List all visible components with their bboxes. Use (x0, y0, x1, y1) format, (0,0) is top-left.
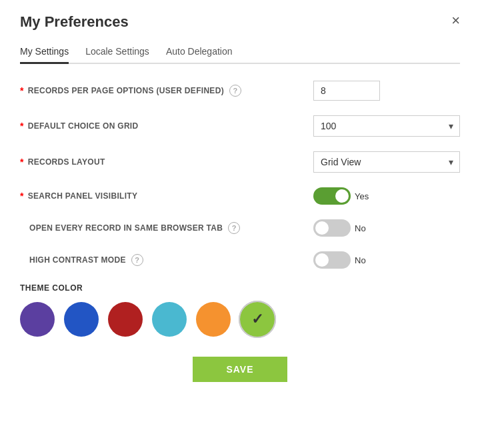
tabs-bar: My Settings Locale Settings Auto Delegat… (20, 41, 460, 64)
required-star: * (20, 85, 24, 96)
default-choice-select[interactable]: 100 25 50 200 (313, 115, 460, 137)
records-layout-control: Grid View List View (313, 151, 460, 173)
records-layout-select-wrap: Grid View List View (313, 151, 460, 173)
save-button[interactable]: SAVE (193, 357, 287, 382)
records-per-page-row: * RECORDS PER PAGE OPTIONS (USER DEFINED… (20, 81, 460, 101)
dialog-header: My Preferences × (20, 13, 460, 31)
open-record-knob (315, 221, 329, 235)
color-orange[interactable] (196, 302, 231, 337)
theme-title: THEME COLOR (20, 283, 460, 293)
default-choice-label: * DEFAULT CHOICE ON GRID (20, 121, 313, 131)
tab-locale-settings[interactable]: Locale Settings (85, 41, 149, 64)
high-contrast-row: HIGH CONTRAST MODE ? No (20, 251, 460, 269)
search-panel-toggle-label: Yes (355, 191, 369, 201)
color-cyan[interactable] (152, 302, 187, 337)
records-per-page-help-icon[interactable]: ? (229, 85, 241, 97)
tab-my-settings[interactable]: My Settings (20, 41, 69, 64)
search-panel-slider (313, 187, 351, 205)
open-record-toggle-wrap: No (313, 219, 366, 237)
default-choice-control: 100 25 50 200 (313, 115, 460, 137)
color-blue[interactable] (64, 302, 99, 337)
high-contrast-toggle[interactable] (313, 251, 351, 269)
search-panel-toggle[interactable] (313, 187, 351, 205)
color-green[interactable]: ✓ (240, 302, 275, 337)
records-per-page-label: * RECORDS PER PAGE OPTIONS (USER DEFINED… (20, 85, 313, 97)
records-layout-label: * RECORDS LAYOUT (20, 157, 313, 167)
dialog-title: My Preferences (20, 13, 129, 31)
required-star-4: * (20, 191, 24, 201)
high-contrast-control: No (313, 251, 460, 269)
search-panel-control: Yes (313, 187, 460, 205)
open-record-control: No (313, 219, 460, 237)
high-contrast-knob (315, 253, 329, 267)
open-record-toggle[interactable] (313, 219, 351, 237)
required-star-3: * (20, 157, 24, 167)
tab-auto-delegation[interactable]: Auto Delegation (166, 41, 233, 64)
color-red[interactable] (108, 302, 143, 337)
search-panel-knob (335, 189, 349, 203)
high-contrast-toggle-wrap: No (313, 251, 366, 269)
high-contrast-help-icon[interactable]: ? (131, 254, 143, 266)
open-record-row: OPEN EVERY RECORD IN SAME BROWSER TAB ? … (20, 219, 460, 237)
open-record-toggle-label: No (355, 223, 366, 233)
save-button-wrap: SAVE (20, 357, 460, 382)
open-record-help-icon[interactable]: ? (228, 222, 240, 234)
high-contrast-label: HIGH CONTRAST MODE ? (20, 254, 313, 266)
open-record-slider (313, 219, 351, 237)
required-star-2: * (20, 121, 24, 131)
open-record-label: OPEN EVERY RECORD IN SAME BROWSER TAB ? (20, 222, 313, 234)
color-circles: ✓ (20, 302, 460, 337)
close-button[interactable]: × (451, 13, 460, 28)
records-layout-select[interactable]: Grid View List View (313, 151, 460, 173)
search-panel-row: * SEARCH PANEL VISIBILITY Yes (20, 187, 460, 205)
high-contrast-toggle-label: No (355, 255, 366, 265)
color-purple[interactable] (20, 302, 55, 337)
theme-section: THEME COLOR ✓ (20, 283, 460, 337)
high-contrast-slider (313, 251, 351, 269)
records-per-page-input[interactable] (313, 81, 380, 101)
default-choice-select-wrap: 100 25 50 200 (313, 115, 460, 137)
records-per-page-control (313, 81, 460, 101)
search-panel-label: * SEARCH PANEL VISIBILITY (20, 191, 313, 201)
selected-checkmark: ✓ (251, 311, 263, 328)
search-panel-toggle-wrap: Yes (313, 187, 369, 205)
preferences-dialog: My Preferences × My Settings Locale Sett… (0, 0, 480, 448)
records-layout-row: * RECORDS LAYOUT Grid View List View (20, 151, 460, 173)
default-choice-row: * DEFAULT CHOICE ON GRID 100 25 50 200 (20, 115, 460, 137)
